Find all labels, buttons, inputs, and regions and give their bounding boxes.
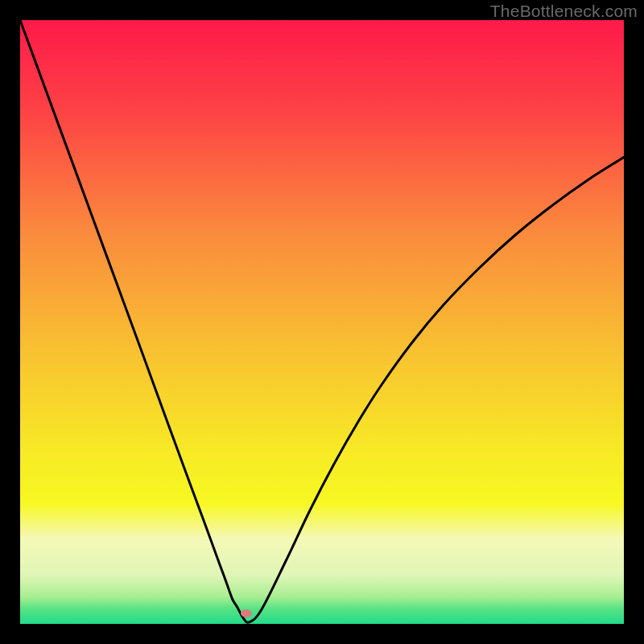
watermark-text: TheBottleneck.com <box>490 2 638 21</box>
plot-area <box>20 20 624 624</box>
bottleneck-curve <box>20 20 624 624</box>
optimal-point-marker <box>241 609 252 617</box>
chart-frame: TheBottleneck.com <box>0 0 644 644</box>
